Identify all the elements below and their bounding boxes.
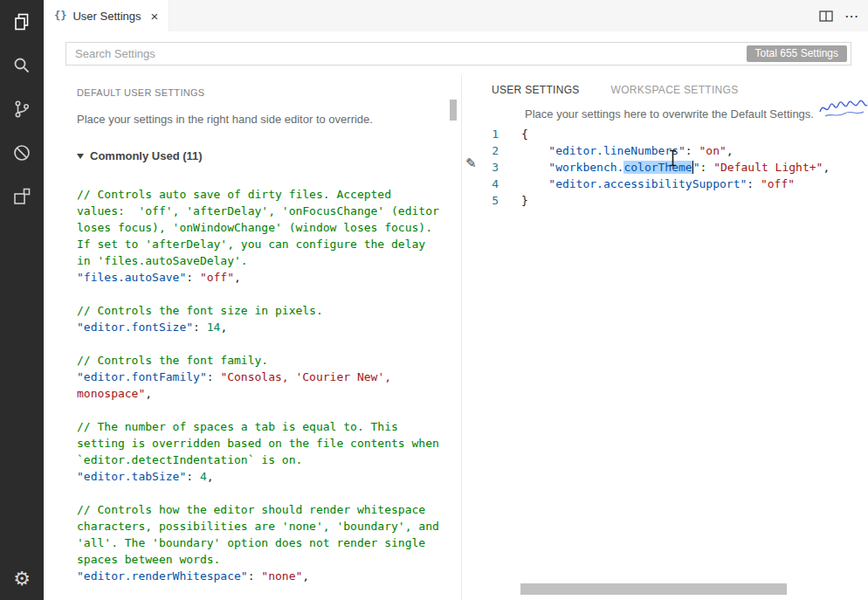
activity-bar: ⚙ xyxy=(0,0,44,600)
search-input[interactable] xyxy=(66,43,851,65)
left-scrollbar-thumb[interactable] xyxy=(450,100,457,121)
setting-block: // The number of spaces a tab is equal t… xyxy=(77,418,445,485)
setting-line[interactable]: "editor.fontSize": 14, xyxy=(77,319,445,335)
settings-gear-icon[interactable]: ⚙ xyxy=(0,558,44,600)
selected-text: colorTheme xyxy=(623,161,692,174)
source-control-icon[interactable] xyxy=(0,87,44,131)
user-settings-hint: Place your settings here to overwrite th… xyxy=(525,107,868,121)
tab-bar: {} User Settings × ··· xyxy=(44,0,868,31)
tab-title: User Settings xyxy=(72,10,141,23)
section-commonly-used[interactable]: Commonly Used (11) xyxy=(77,149,445,162)
tab-close-icon[interactable]: × xyxy=(151,10,159,23)
line-number: 4 xyxy=(462,176,499,192)
search-box: Total 655 Settings xyxy=(65,42,851,66)
code-line[interactable]: 5} xyxy=(462,192,868,209)
tab-workspace-settings-target[interactable]: WORKSPACE SETTINGS xyxy=(611,84,739,99)
setting-block: // Controls the font size in pixels."edi… xyxy=(77,302,445,335)
editor-actions: ··· xyxy=(819,0,859,31)
vscode-settings-window: ⚙ {} User Settings × ··· xyxy=(0,0,868,600)
setting-comment: // Controls the font size in pixels. xyxy=(77,302,445,319)
settings-split: DEFAULT USER SETTINGS Place your setting… xyxy=(44,75,868,600)
horizontal-scrollbar-thumb[interactable] xyxy=(520,583,787,595)
setting-line[interactable]: "editor.fontFamily": "Consolas, 'Courier… xyxy=(77,369,445,402)
user-settings-editor: 1{2 "editor.lineNumbers": "on",3 "workbe… xyxy=(462,126,868,209)
explorer-icon[interactable] xyxy=(0,0,44,44)
code-line[interactable]: 2 "editor.lineNumbers": "on", xyxy=(462,142,868,159)
editor-lines: 1{2 "editor.lineNumbers": "on",3 "workbe… xyxy=(462,126,868,209)
setting-block: // Controls how the editor should render… xyxy=(77,501,445,584)
tab-user-settings[interactable]: {} User Settings × xyxy=(44,0,169,31)
setting-comment: // Controls auto save of dirty files. Ac… xyxy=(77,186,445,269)
split-editor-icon[interactable] xyxy=(819,10,833,22)
default-settings-header: DEFAULT USER SETTINGS xyxy=(77,87,445,98)
line-number: 5 xyxy=(462,192,499,209)
search-row: Total 655 Settings xyxy=(44,31,868,75)
section-title: Commonly Used (11) xyxy=(90,149,203,162)
code-line[interactable]: 1{ xyxy=(462,126,868,142)
user-settings-panel: USER SETTINGS WORKSPACE SETTINGS Place y… xyxy=(461,75,868,600)
tab-user-settings-target[interactable]: USER SETTINGS xyxy=(492,84,580,99)
setting-comment: // Controls the font family. xyxy=(77,352,445,369)
default-settings-description: Place your settings in the right hand si… xyxy=(77,113,445,126)
setting-comment: // Controls how the editor should render… xyxy=(77,501,445,568)
collapse-triangle-icon xyxy=(77,154,84,159)
code-line[interactable]: 4 "editor.accessibilitySupport": "off" xyxy=(462,176,868,192)
setting-line[interactable]: "editor.renderWhitespace": "none", xyxy=(77,568,445,584)
debug-icon[interactable] xyxy=(0,131,44,175)
edit-pencil-icon[interactable]: ✎ xyxy=(465,155,477,171)
default-settings-blocks: // Controls auto save of dirty files. Ac… xyxy=(77,186,445,600)
main-area: {} User Settings × ··· Total 655 Setting… xyxy=(44,0,868,600)
setting-line[interactable]: "files.autoSave": "off", xyxy=(77,269,445,286)
setting-block: // Controls the font family."editor.font… xyxy=(77,352,445,402)
more-actions-icon[interactable]: ··· xyxy=(845,10,859,23)
code-line[interactable]: 3 "workbench.colorTheme": "Default Light… xyxy=(462,159,868,176)
setting-comment: // The number of spaces a tab is equal t… xyxy=(77,418,445,468)
setting-line[interactable]: "editor.tabSize": 4, xyxy=(77,468,445,485)
settings-target-tabs: USER SETTINGS WORKSPACE SETTINGS xyxy=(462,84,868,99)
settings-count-badge: Total 655 Settings xyxy=(747,45,847,62)
default-settings-panel: DEFAULT USER SETTINGS Place your setting… xyxy=(44,75,461,600)
search-icon[interactable] xyxy=(0,44,44,87)
line-number: 1 xyxy=(462,126,499,142)
extensions-icon[interactable] xyxy=(0,175,44,218)
setting-block: // Controls auto save of dirty files. Ac… xyxy=(77,186,445,286)
json-braces-icon: {} xyxy=(54,10,66,22)
